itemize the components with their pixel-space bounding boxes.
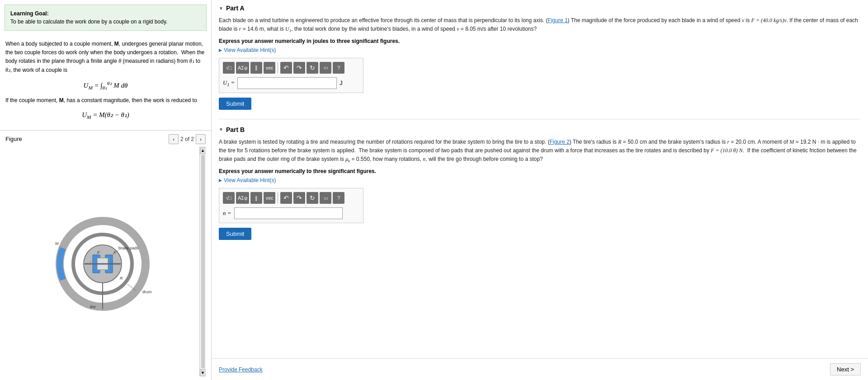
reset-button-a[interactable]: ↻ [307,62,318,74]
toolbar-sep-b [278,192,278,203]
svg-text:R: R [120,276,123,281]
bottom-bar: Provide Feedback Next > [212,358,868,380]
part-a-answer-box: √□ ΑΣφ ‖ vec ↶ ↷ ↻ ▭ ? U1 = J [219,58,363,93]
part-b-header: ▼ Part B [219,126,861,133]
part-a-label: Part A [226,5,245,12]
part-a-header: ▼ Part A [219,5,861,12]
part-a-problem-text: Each blade on a wind turbine is engineer… [219,16,861,34]
part-b-section: ▼ Part B A brake system is tested by rot… [219,126,861,240]
main-content: ▼ Part A Each blade on a wind turbine is… [212,0,868,380]
sqrt-button-b[interactable]: √□ [223,192,235,204]
part-a-section: ▼ Part A Each blade on a wind turbine is… [219,5,861,110]
part-b-input[interactable] [234,207,343,219]
part-b-hint-link[interactable]: ▶ View Available Hint(s) [219,177,861,183]
figure-next-button[interactable]: › [196,134,206,144]
sigma-button-b[interactable]: ΑΣφ [236,192,249,204]
figure-2-link[interactable]: Figure 2 [550,139,570,145]
part-b-label: Part B [226,126,245,133]
part-a-toolbar: √□ ΑΣφ ‖ vec ↶ ↷ ↻ ▭ ? [223,62,359,74]
math-section: When a body subjected to a couple moment… [0,35,211,130]
figure-count: 2 of 2 [180,136,194,142]
part-a-express-answer: Express your answer numerically in joule… [219,38,861,44]
part-a-input-row: U1 = J [223,77,359,89]
toolbar-sep-a [278,62,278,73]
part-a-hint-link[interactable]: ▶ View Available Hint(s) [219,47,861,53]
part-a-submit-button[interactable]: Submit [219,98,251,110]
left-panel: Learning Goal: To be able to calculate t… [0,0,212,380]
scroll-area: ▲ ▼ [199,147,206,376]
part-b-input-row: n = [223,207,359,219]
part-a-input-label: U1 = [223,79,235,87]
figure-label: Figure [5,136,22,142]
redo-button-b[interactable]: ↷ [293,192,305,204]
img-button-b[interactable]: ▭ [320,192,331,204]
pipe-button-a[interactable]: ‖ [250,62,262,74]
figure-nav: ‹ 2 of 2 › [169,134,206,144]
vec-button-a[interactable]: vec [264,62,275,74]
vec-button-b[interactable]: vec [264,192,275,204]
help-button-a[interactable]: ? [333,62,344,74]
hint-b-text: View Available Hint(s) [224,177,276,183]
learning-goal-title: Learning Goal: [10,9,201,18]
svg-text:brake pads: brake pads [118,246,139,250]
part-a-input[interactable] [237,77,337,89]
part-b-answer-box: √□ ΑΣφ ‖ vec ↶ ↷ ↻ ▭ ? n = [219,188,363,223]
svg-text:M: M [55,241,59,246]
help-button-b[interactable]: ? [333,192,344,204]
learning-goal-box: Learning Goal: To be able to calculate t… [5,5,207,31]
svg-text:r: r [112,260,113,264]
part-b-toolbar: √□ ΑΣφ ‖ vec ↶ ↷ ↻ ▭ ? [223,192,359,204]
svg-text:F: F [97,250,100,255]
sqrt-button-a[interactable]: √□ [223,62,235,74]
divider [219,119,861,119]
part-b-problem-text: A brake system is tested by rotating a t… [219,138,861,164]
svg-text:r: r [90,260,91,264]
img-button-a[interactable]: ▭ [320,62,331,74]
scroll-up-button[interactable]: ▲ [200,147,206,154]
brake-diagram-svg: F F r r R brake pads tire drum M [39,210,166,314]
part-a-toggle-icon[interactable]: ▼ [219,6,223,11]
sigma-button-a[interactable]: ΑΣφ [236,62,249,74]
part-a-unit: J [340,80,343,86]
next-button[interactable]: Next > [830,363,861,375]
part-b-input-label: n = [223,210,231,217]
provide-feedback-link[interactable]: Provide Feedback [219,366,263,373]
paragraph2: If the couple moment, M, has a constant … [5,96,206,105]
hint-a-triangle: ▶ [219,48,222,52]
part-b-toggle-icon[interactable]: ▼ [219,127,223,132]
figure-prev-button[interactable]: ‹ [169,134,179,144]
scrollable-content: ▼ Part A Each blade on a wind turbine is… [212,0,868,358]
formula2: UM = M(θ₂ − θ₁) [5,109,206,121]
undo-button-a[interactable]: ↶ [280,62,292,74]
part-b-submit-button[interactable]: Submit [219,228,251,240]
reset-button-b[interactable]: ↻ [307,192,318,204]
scroll-down-button[interactable]: ▼ [200,369,206,376]
hint-a-text: View Available Hint(s) [224,47,276,53]
svg-text:tire: tire [90,305,96,309]
pipe-button-b[interactable]: ‖ [250,192,262,204]
learning-goal-text: To be able to calculate the work done by… [10,18,201,26]
figure-header: Figure ‹ 2 of 2 › [5,134,206,144]
part-b-express-answer: Express your answer numerically to three… [219,168,861,174]
undo-button-b[interactable]: ↶ [280,192,292,204]
hint-b-triangle: ▶ [219,178,222,183]
paragraph1: When a body subjected to a couple moment… [5,40,206,75]
figure-container: F F r r R brake pads tire drum M [5,147,206,376]
svg-text:drum: drum [142,290,152,294]
formula1: UM = ∫θ₁θ₂ M dθ [5,79,206,92]
figure-section: Figure ‹ 2 of 2 › [0,130,211,380]
figure-1-link[interactable]: Figure 1 [548,17,568,23]
redo-button-a[interactable]: ↷ [293,62,305,74]
diagram-wrapper: F F r r R brake pads tire drum M [5,147,199,376]
